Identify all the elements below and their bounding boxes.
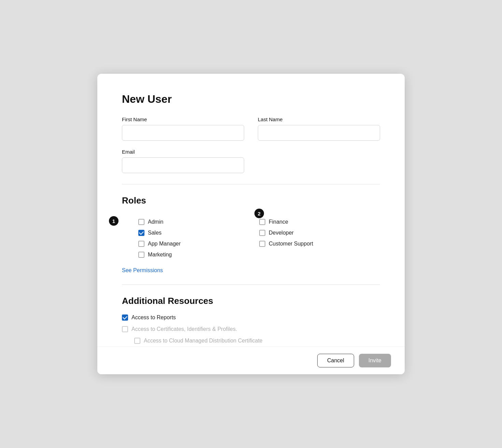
role-admin[interactable]: Admin xyxy=(138,219,259,225)
role-sales-label: Sales xyxy=(148,230,162,236)
roles-left-col: Admin Sales App Manager Marketing xyxy=(138,215,259,258)
roles-title: Roles xyxy=(122,195,380,206)
role-customer-support-label: Customer Support xyxy=(269,241,313,247)
role-finance-label: Finance xyxy=(269,219,288,225)
email-label: Email xyxy=(122,149,244,155)
badge-2: 2 xyxy=(254,209,264,218)
resource-access-reports-checkbox[interactable] xyxy=(122,314,128,321)
invite-button[interactable]: Invite xyxy=(359,354,391,367)
name-row: First Name Last Name xyxy=(122,116,380,141)
role-customer-support[interactable]: Customer Support xyxy=(259,241,380,247)
role-marketing[interactable]: Marketing xyxy=(138,252,259,258)
role-marketing-label: Marketing xyxy=(148,252,172,258)
role-finance-checkbox[interactable] xyxy=(259,219,265,225)
role-sales-checkbox[interactable] xyxy=(138,230,144,236)
see-permissions-link[interactable]: See Permissions xyxy=(122,267,163,274)
first-name-input[interactable] xyxy=(122,125,244,141)
page-title: New User xyxy=(122,93,380,106)
roles-right-col: Finance Developer Customer Support xyxy=(259,215,380,258)
divider-2 xyxy=(122,284,380,285)
additional-resources-title: Additional Resources xyxy=(122,296,380,306)
last-name-input[interactable] xyxy=(258,125,380,141)
resource-access-cloud-label: Access to Cloud Managed Distribution Cer… xyxy=(144,338,263,344)
resource-access-reports[interactable]: Access to Reports xyxy=(122,314,380,321)
role-developer[interactable]: Developer xyxy=(259,230,380,236)
role-sales[interactable]: Sales xyxy=(138,230,259,236)
last-name-label: Last Name xyxy=(258,116,380,122)
modal-footer: Cancel Invite xyxy=(97,347,405,374)
resource-access-certs[interactable]: Access to Certificates, Identifiers & Pr… xyxy=(122,326,380,332)
resource-access-cloud[interactable]: Access to Cloud Managed Distribution Cer… xyxy=(134,338,380,344)
resource-access-cloud-checkbox[interactable] xyxy=(134,338,140,344)
resource-access-reports-label: Access to Reports xyxy=(131,314,176,321)
cancel-button[interactable]: Cancel xyxy=(317,354,354,367)
role-admin-checkbox[interactable] xyxy=(138,219,144,225)
divider-1 xyxy=(122,184,380,184)
role-app-manager-label: App Manager xyxy=(148,241,181,247)
roles-grid: 2 Admin Sales App Manager xyxy=(138,215,380,258)
email-input[interactable] xyxy=(122,157,244,173)
role-finance[interactable]: Finance xyxy=(259,219,380,225)
role-developer-checkbox[interactable] xyxy=(259,230,265,236)
last-name-group: Last Name xyxy=(258,116,380,141)
role-app-manager[interactable]: App Manager xyxy=(138,241,259,247)
roles-container: 1 2 Admin Sales App Manage xyxy=(122,215,380,258)
role-app-manager-checkbox[interactable] xyxy=(138,241,144,247)
email-group: Email xyxy=(122,149,244,173)
role-developer-label: Developer xyxy=(269,230,294,236)
role-admin-label: Admin xyxy=(148,219,163,225)
badge-1: 1 xyxy=(109,216,118,226)
email-row: Email xyxy=(122,149,380,173)
first-name-label: First Name xyxy=(122,116,244,122)
resource-access-certs-checkbox[interactable] xyxy=(122,326,128,332)
modal-body: New User First Name Last Name Email Role… xyxy=(97,74,405,347)
resource-access-certs-label: Access to Certificates, Identifiers & Pr… xyxy=(131,326,237,332)
role-marketing-checkbox[interactable] xyxy=(138,252,144,258)
role-customer-support-checkbox[interactable] xyxy=(259,241,265,247)
modal: New User First Name Last Name Email Role… xyxy=(97,74,405,374)
first-name-group: First Name xyxy=(122,116,244,141)
